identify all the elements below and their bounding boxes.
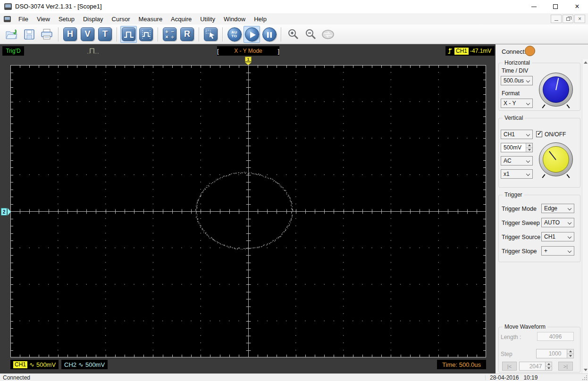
coupling-select[interactable]: AC bbox=[501, 156, 533, 166]
print-button[interactable] bbox=[38, 26, 55, 43]
window-title: DSO-3074 Ver2.1.31 - [Scope1] bbox=[15, 3, 102, 10]
spinner-buttons[interactable] bbox=[545, 362, 552, 370]
save-button[interactable] bbox=[21, 26, 37, 43]
horizontal-knob[interactable] bbox=[539, 73, 573, 107]
channel-select[interactable]: CH1 bbox=[501, 130, 533, 139]
menu-item-acquire[interactable]: Acquire bbox=[167, 14, 196, 24]
move-waveform-title: Move Waveform bbox=[503, 323, 547, 330]
chevron-down-icon bbox=[526, 101, 530, 105]
math-button[interactable]: +− ×÷ bbox=[161, 26, 178, 43]
menu-bar: File View Setup Display Cursor Measure A… bbox=[0, 13, 588, 25]
zoom-out-icon bbox=[304, 28, 317, 41]
mdi-restore-icon bbox=[566, 17, 570, 21]
ch1-scale-readout: CH1 ∿ 500mV bbox=[10, 360, 59, 369]
pulse-measure-button[interactable] bbox=[138, 26, 154, 43]
trigger-level-value: -47.1mV bbox=[470, 48, 491, 54]
menu-item-utility[interactable]: Utility bbox=[196, 14, 219, 24]
scope-area: Trig'D [ X - Y Mode ] CH1 -47.1mV 1 2 CH… bbox=[0, 44, 496, 373]
toolbar-separator bbox=[199, 27, 199, 41]
resize-grip[interactable] bbox=[582, 375, 588, 381]
trigger-source-label: Trigger Source bbox=[502, 234, 540, 240]
refresh-button[interactable]: R bbox=[179, 26, 195, 43]
vertical-settings-button[interactable]: V bbox=[79, 26, 96, 43]
first-frame-button[interactable]: |< bbox=[502, 362, 517, 371]
menu-item-window[interactable]: Window bbox=[219, 14, 250, 24]
onoff-checkbox[interactable]: ✓ bbox=[536, 131, 542, 137]
horizontal-group-title: Horizontal bbox=[503, 59, 532, 66]
spin-up-button[interactable] bbox=[546, 362, 552, 366]
transfer-button[interactable] bbox=[319, 26, 336, 43]
toolbar-separator bbox=[58, 27, 59, 41]
pause-button[interactable] bbox=[261, 26, 277, 43]
time-div-select[interactable]: 500.0us bbox=[501, 76, 533, 85]
spin-up-button[interactable] bbox=[567, 349, 573, 354]
last-frame-button[interactable]: >| bbox=[558, 362, 573, 371]
zoom-out-button[interactable] bbox=[302, 26, 319, 43]
menu-item-measure[interactable]: Measure bbox=[134, 14, 167, 24]
spin-up-button[interactable] bbox=[526, 143, 532, 148]
status-datetime: 28-04-2016 10:19 bbox=[490, 374, 538, 381]
trigger-readout: CH1 -47.1mV bbox=[445, 46, 495, 56]
scrollbar-up-button[interactable] bbox=[582, 59, 588, 66]
zoom-in-button[interactable] bbox=[285, 26, 301, 43]
pulse-icon bbox=[123, 29, 135, 40]
chevron-down-icon bbox=[568, 249, 571, 253]
panel-scrollbar[interactable] bbox=[582, 59, 588, 373]
mdi-minimize-button[interactable] bbox=[551, 15, 562, 23]
menu-item-help[interactable]: Help bbox=[250, 14, 271, 24]
menu-item-setup[interactable]: Setup bbox=[54, 14, 79, 24]
scope-display[interactable] bbox=[10, 65, 486, 357]
open-button[interactable] bbox=[3, 26, 20, 43]
trigger-mode-select[interactable]: Edge bbox=[541, 204, 574, 213]
ch2-scale-value: 500mV bbox=[85, 361, 105, 368]
chevron-down-icon bbox=[526, 159, 530, 163]
run-button[interactable] bbox=[244, 26, 260, 43]
probe-select[interactable]: x1 bbox=[501, 169, 533, 179]
spinner-buttons[interactable] bbox=[567, 349, 573, 358]
mdi-restore-button[interactable] bbox=[563, 15, 573, 23]
chevron-down-icon bbox=[526, 172, 530, 176]
horizontal-settings-button[interactable]: H bbox=[62, 26, 78, 43]
format-select[interactable]: X - Y bbox=[501, 99, 533, 108]
vertical-knob[interactable] bbox=[539, 142, 573, 176]
h-letter: H bbox=[67, 29, 73, 39]
trigger-sweep-select[interactable]: AUTO bbox=[541, 218, 574, 227]
ch2-coupling-icon: ∿ bbox=[78, 361, 84, 368]
trigger-source-select[interactable]: CH1 bbox=[541, 232, 574, 241]
volts-spinner[interactable]: 500mV bbox=[501, 143, 533, 152]
menu-item-view[interactable]: View bbox=[33, 14, 54, 24]
scope-canvas[interactable] bbox=[10, 65, 486, 357]
ch2-ground-marker[interactable]: 2 bbox=[1, 208, 7, 215]
trigger-settings-button[interactable]: T bbox=[97, 26, 113, 43]
maximize-button[interactable] bbox=[545, 0, 566, 13]
pulse-button[interactable] bbox=[120, 26, 137, 43]
auto-button[interactable]: AU TO bbox=[226, 26, 243, 43]
channel-value: CH1 bbox=[504, 131, 515, 138]
trigger-slope-select[interactable]: + bbox=[541, 246, 574, 256]
status-divider bbox=[485, 375, 486, 380]
trigger-source-value: CH1 bbox=[544, 233, 555, 240]
chevron-down-icon bbox=[568, 207, 571, 210]
zoom-in-icon bbox=[287, 28, 299, 41]
step-spinner[interactable]: 1000 bbox=[536, 349, 574, 358]
close-button[interactable]: × bbox=[566, 0, 588, 13]
spin-down-button[interactable] bbox=[546, 366, 552, 370]
cursor-button[interactable] bbox=[202, 26, 219, 43]
mdi-close-button[interactable]: × bbox=[574, 15, 585, 23]
spin-down-button[interactable] bbox=[567, 354, 573, 358]
menu-item-cursor[interactable]: Cursor bbox=[108, 14, 134, 24]
spin-down-button[interactable] bbox=[526, 148, 532, 152]
menu-item-file[interactable]: File bbox=[14, 14, 33, 24]
scrollbar-down-button[interactable] bbox=[582, 366, 588, 373]
menu-item-display[interactable]: Display bbox=[79, 14, 108, 24]
trigger-position-marker[interactable]: 1 bbox=[245, 57, 252, 62]
chevron-down-icon bbox=[526, 79, 530, 83]
minimize-button[interactable] bbox=[523, 0, 545, 13]
maximize-icon bbox=[553, 4, 558, 9]
down-arrow-icon bbox=[584, 369, 588, 371]
trigger-mode-value: Edge bbox=[544, 205, 557, 212]
volts-value: 500mV bbox=[504, 144, 521, 151]
position-spinner[interactable]: 2047 bbox=[519, 362, 552, 371]
position-value: 2047 bbox=[529, 363, 542, 370]
spinner-buttons[interactable] bbox=[526, 143, 532, 152]
